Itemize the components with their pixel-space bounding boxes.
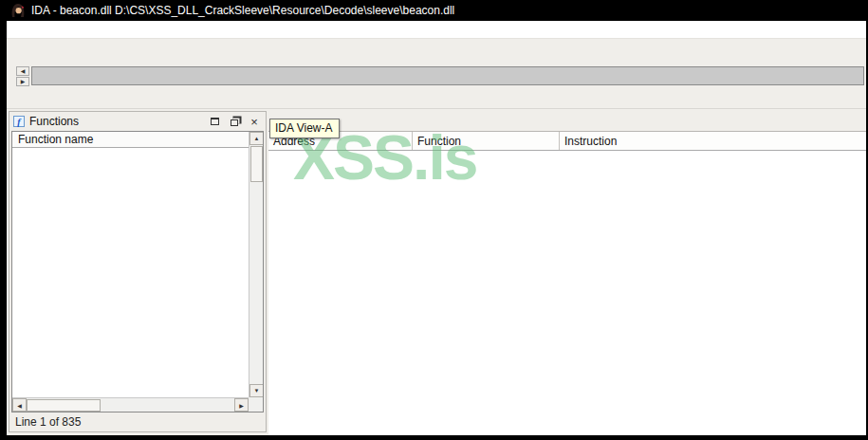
functions-panel: f Functions × Function name ▲ ▼ ◀	[9, 111, 267, 432]
scroll-up-icon[interactable]: ▲	[249, 132, 264, 145]
grid-header: Address Function Instruction	[268, 132, 866, 151]
navband-right-icon[interactable]: ▶	[16, 77, 29, 86]
function-name-column-header[interactable]: Function name	[12, 132, 263, 148]
scroll-left-icon[interactable]: ◀	[12, 398, 27, 412]
occurrences-view: Address Function Instruction IDA View-A …	[268, 109, 866, 435]
tab-tooltip: IDA View-A	[269, 119, 340, 138]
functions-panel-titlebar: f Functions ×	[9, 112, 266, 131]
ida-logo-icon	[10, 3, 26, 18]
functions-horizontal-scrollbar[interactable]: ◀ ▶	[12, 397, 249, 412]
functions-vertical-scrollbar[interactable]: ▲ ▼	[249, 132, 263, 397]
instruction-column-header[interactable]: Instruction	[560, 132, 866, 150]
vertical-scroll-thumb[interactable]	[250, 146, 263, 182]
occurrences-grid	[268, 151, 866, 435]
navband-scroll-arrows: ◀ ▶	[16, 66, 29, 86]
navigation-band-row: ◀ ▶	[7, 63, 866, 89]
functions-panel-title: Functions	[29, 115, 79, 128]
function-column-header[interactable]: Function	[413, 132, 560, 150]
horizontal-scroll-thumb[interactable]	[27, 399, 101, 412]
toolbar	[7, 38, 866, 63]
title-bar: IDA - beacon.dll D:\CS\XSS_DLL_CrackSlee…	[7, 0, 866, 21]
float-panel-icon[interactable]	[227, 115, 242, 128]
window-title: IDA - beacon.dll D:\CS\XSS_DLL_CrackSlee…	[31, 4, 454, 17]
workspace: f Functions × Function name ▲ ▼ ◀	[7, 108, 866, 435]
functions-status: Line 1 of 835	[9, 412, 266, 431]
functions-icon: f	[13, 116, 25, 127]
functions-list	[12, 148, 249, 397]
navband-left-icon[interactable]: ◀	[16, 66, 29, 76]
menu-bar	[7, 21, 866, 38]
color-legend	[7, 89, 866, 108]
ida-window: IDA - beacon.dll D:\CS\XSS_DLL_CrackSlee…	[0, 0, 868, 440]
close-panel-icon[interactable]: ×	[247, 115, 262, 128]
tab-bar	[268, 109, 866, 132]
scroll-right-icon[interactable]: ▶	[234, 398, 249, 412]
functions-list-client: Function name ▲ ▼ ◀ ▶	[11, 131, 264, 412]
maximize-panel-icon[interactable]	[207, 115, 222, 128]
scroll-down-icon[interactable]: ▼	[249, 384, 264, 397]
navigation-band[interactable]	[31, 66, 864, 85]
